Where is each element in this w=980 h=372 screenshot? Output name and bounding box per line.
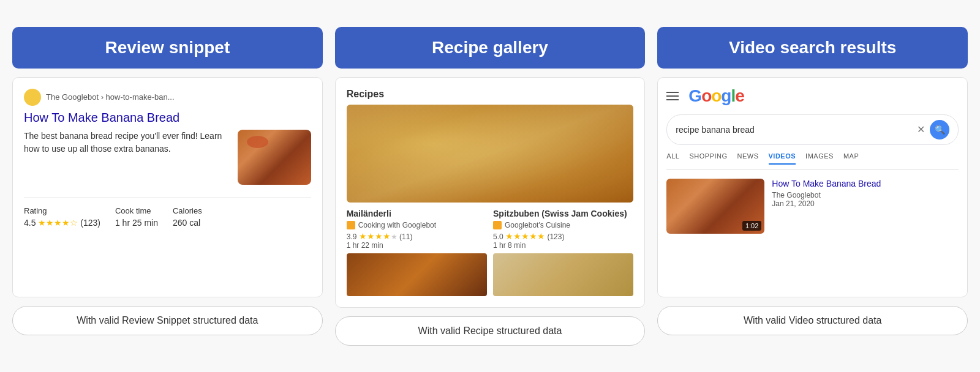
stars-icon-0: ★★★★ bbox=[359, 231, 391, 241]
star-half-icon: ☆ bbox=[70, 218, 78, 228]
channel-icon-1 bbox=[493, 221, 502, 229]
result-title[interactable]: How To Make Banana Bread bbox=[24, 111, 311, 125]
food-image bbox=[238, 130, 311, 185]
video-info: How To Make Banana Bread The Googlebot J… bbox=[772, 179, 881, 234]
recipe-gallery-footer: With valid Recipe structured data bbox=[335, 316, 646, 346]
video-thumbnail: 1:02 bbox=[666, 179, 764, 234]
hamburger-icon[interactable] bbox=[666, 92, 679, 100]
search-icon: 🔍 bbox=[935, 125, 945, 135]
calories-metric: Calories 260 cal bbox=[173, 206, 202, 228]
metrics-row: Rating 4.5 ★★★★☆ (123) Cook time 1 hr 25… bbox=[24, 197, 311, 228]
site-line: The Googlebot › how-to-make-ban... bbox=[24, 89, 311, 106]
recipe-time-0: 1 hr 22 min bbox=[347, 241, 487, 250]
video-title[interactable]: How To Make Banana Bread bbox=[772, 179, 881, 188]
cooktime-metric: Cook time 1 hr 25 min bbox=[115, 206, 158, 228]
rating-metric: Rating 4.5 ★★★★☆ (123) bbox=[24, 206, 100, 228]
video-search-footer: With valid Video structured data bbox=[657, 306, 968, 335]
video-search-column: Video search results Google recipe banan… bbox=[657, 27, 968, 335]
tab-maps[interactable]: MAP bbox=[843, 152, 859, 165]
recipe-items: Mailänderli Cooking with Googlebot 3.9 ★… bbox=[347, 209, 634, 296]
recipe-channel-0: Cooking with Googlebot bbox=[347, 221, 487, 229]
recipe-item-0: Mailänderli Cooking with Googlebot 3.9 ★… bbox=[347, 209, 487, 296]
review-snippet-footer: With valid Review Snippet structured dat… bbox=[12, 306, 323, 335]
google-logo: Google bbox=[688, 86, 744, 106]
recipe-gallery-header: Recipe gallery bbox=[335, 27, 646, 69]
site-icon bbox=[24, 89, 41, 106]
recipe-item-1: Spitzbuben (Swiss Jam Cookies) Googlebot… bbox=[493, 209, 633, 296]
recipe-gallery-card: Recipes Mailänderli Cooking with Googleb… bbox=[335, 77, 646, 308]
search-button[interactable]: 🔍 bbox=[930, 120, 949, 140]
tab-videos[interactable]: VIDEOS bbox=[769, 152, 796, 165]
tab-all[interactable]: ALL bbox=[666, 152, 679, 165]
recipe-bottom-img-0 bbox=[347, 253, 487, 296]
review-snippet-column: Review snippet The Googlebot › how-to-ma… bbox=[12, 27, 323, 335]
content-area: The best banana bread recipe you'll ever… bbox=[24, 130, 311, 185]
recipes-section-title: Recipes bbox=[347, 89, 634, 100]
search-box: recipe banana bread ✕ 🔍 bbox=[666, 114, 959, 145]
review-snippet-card: The Googlebot › how-to-make-ban... How T… bbox=[12, 77, 323, 297]
review-snippet-header: Review snippet bbox=[12, 27, 323, 69]
rating-value: 4.5 ★★★★☆ (123) bbox=[24, 218, 100, 228]
google-header: Google bbox=[666, 86, 959, 106]
video-duration: 1:02 bbox=[742, 221, 761, 231]
recipe-rating-1: 5.0 ★★★★★ (123) bbox=[493, 231, 633, 241]
result-description: The best banana bread recipe you'll ever… bbox=[24, 130, 230, 185]
channel-icon-0 bbox=[347, 221, 355, 229]
recipe-channel-1: Googlebot's Cuisine bbox=[493, 221, 633, 229]
stars-icon-1: ★★★★★ bbox=[505, 231, 545, 241]
recipe-main-image bbox=[347, 105, 634, 203]
tab-shopping[interactable]: SHOPPING bbox=[689, 152, 727, 165]
recipe-rating-0: 3.9 ★★★★★ (11) bbox=[347, 231, 487, 241]
video-search-card: Google recipe banana bread ✕ 🔍 ALL SHOPP… bbox=[657, 77, 968, 297]
tab-news[interactable]: NEWS bbox=[737, 152, 759, 165]
recipe-gallery-column: Recipe gallery Recipes Mailänderli Cooki… bbox=[335, 27, 646, 346]
search-input[interactable]: recipe banana bread bbox=[676, 125, 912, 135]
main-layout: Review snippet The Googlebot › how-to-ma… bbox=[12, 27, 968, 346]
star-icons: ★★★★ bbox=[38, 218, 70, 228]
video-search-header: Video search results bbox=[657, 27, 968, 69]
search-clear-icon[interactable]: ✕ bbox=[917, 124, 925, 135]
site-name: The Googlebot › how-to-make-ban... bbox=[46, 92, 175, 102]
nav-tabs: ALL SHOPPING NEWS VIDEOS IMAGES MAP bbox=[666, 152, 959, 170]
video-result: 1:02 How To Make Banana Bread The Google… bbox=[666, 179, 959, 234]
video-channel: The Googlebot bbox=[772, 191, 881, 199]
video-date: Jan 21, 2020 bbox=[772, 199, 881, 208]
tab-images[interactable]: IMAGES bbox=[805, 152, 834, 165]
recipe-bottom-img-1 bbox=[493, 253, 633, 296]
recipe-time-1: 1 hr 8 min bbox=[493, 241, 633, 250]
